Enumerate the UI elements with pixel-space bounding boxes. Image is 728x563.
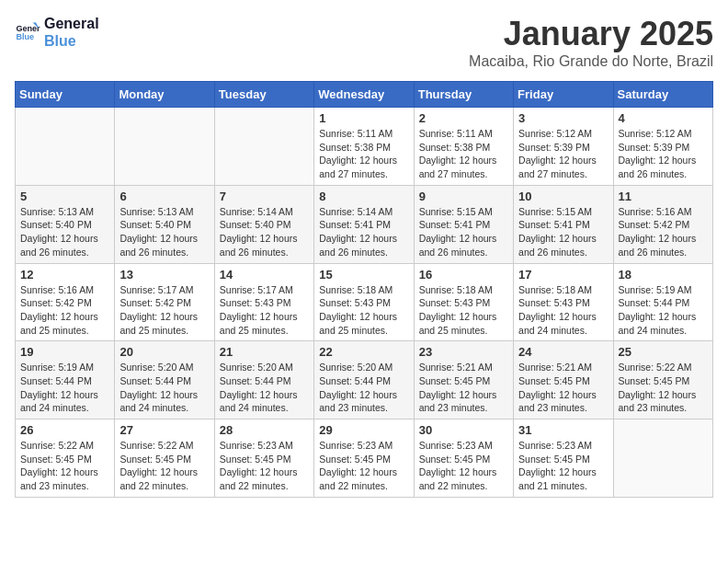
day-info: Sunrise: 5:23 AM Sunset: 5:45 PM Dayligh… bbox=[419, 439, 508, 493]
day-info: Sunrise: 5:17 AM Sunset: 5:42 PM Dayligh… bbox=[119, 283, 209, 338]
day-number: 29 bbox=[319, 423, 408, 437]
logo-text-general: General bbox=[44, 15, 99, 32]
calendar-cell: 4Sunrise: 5:12 AM Sunset: 5:39 PM Daylig… bbox=[613, 108, 712, 186]
day-info: Sunrise: 5:18 AM Sunset: 5:43 PM Dayligh… bbox=[518, 283, 608, 338]
calendar-week-row: 12Sunrise: 5:16 AM Sunset: 5:42 PM Dayli… bbox=[16, 263, 713, 341]
logo-icon: General Blue bbox=[15, 19, 40, 45]
day-info: Sunrise: 5:16 AM Sunset: 5:42 PM Dayligh… bbox=[20, 283, 109, 338]
day-info: Sunrise: 5:14 AM Sunset: 5:41 PM Dayligh… bbox=[319, 205, 408, 259]
location-title: Macaiba, Rio Grande do Norte, Brazil bbox=[469, 53, 713, 70]
calendar-week-row: 1Sunrise: 5:11 AM Sunset: 5:38 PM Daylig… bbox=[16, 108, 713, 186]
day-number: 21 bbox=[220, 345, 309, 359]
day-info: Sunrise: 5:11 AM Sunset: 5:38 PM Dayligh… bbox=[419, 127, 508, 181]
day-info: Sunrise: 5:15 AM Sunset: 5:41 PM Dayligh… bbox=[419, 205, 508, 259]
calendar-cell: 18Sunrise: 5:19 AM Sunset: 5:44 PM Dayli… bbox=[613, 263, 712, 341]
calendar-cell: 14Sunrise: 5:17 AM Sunset: 5:43 PM Dayli… bbox=[214, 263, 313, 341]
day-info: Sunrise: 5:12 AM Sunset: 5:39 PM Dayligh… bbox=[518, 127, 608, 181]
calendar-cell: 28Sunrise: 5:23 AM Sunset: 5:45 PM Dayli… bbox=[214, 419, 313, 498]
day-info: Sunrise: 5:20 AM Sunset: 5:44 PM Dayligh… bbox=[220, 361, 309, 415]
day-number: 25 bbox=[619, 345, 708, 359]
day-info: Sunrise: 5:22 AM Sunset: 5:45 PM Dayligh… bbox=[119, 439, 209, 493]
day-number: 22 bbox=[319, 345, 408, 359]
day-number: 5 bbox=[20, 190, 109, 203]
calendar-cell: 12Sunrise: 5:16 AM Sunset: 5:42 PM Dayli… bbox=[16, 263, 115, 341]
weekday-header-sunday: Sunday bbox=[16, 82, 115, 108]
calendar-cell: 7Sunrise: 5:14 AM Sunset: 5:40 PM Daylig… bbox=[214, 185, 313, 263]
calendar-cell: 5Sunrise: 5:13 AM Sunset: 5:40 PM Daylig… bbox=[16, 185, 115, 263]
calendar-cell: 1Sunrise: 5:11 AM Sunset: 5:38 PM Daylig… bbox=[314, 108, 414, 186]
day-number: 6 bbox=[119, 190, 209, 203]
weekday-header-friday: Friday bbox=[514, 82, 613, 108]
day-info: Sunrise: 5:20 AM Sunset: 5:44 PM Dayligh… bbox=[319, 361, 408, 415]
title-area: January 2025 Macaiba, Rio Grande do Nort… bbox=[469, 15, 713, 70]
calendar-cell: 22Sunrise: 5:20 AM Sunset: 5:44 PM Dayli… bbox=[314, 341, 414, 419]
day-number: 16 bbox=[419, 268, 508, 282]
calendar-cell: 21Sunrise: 5:20 AM Sunset: 5:44 PM Dayli… bbox=[214, 341, 313, 419]
day-number: 20 bbox=[119, 345, 209, 359]
calendar-cell: 20Sunrise: 5:20 AM Sunset: 5:44 PM Dayli… bbox=[115, 341, 214, 419]
day-info: Sunrise: 5:15 AM Sunset: 5:41 PM Dayligh… bbox=[518, 205, 608, 259]
calendar-body: 1Sunrise: 5:11 AM Sunset: 5:38 PM Daylig… bbox=[16, 108, 713, 498]
page-header: General Blue General Blue January 2025 M… bbox=[15, 15, 713, 70]
day-number: 17 bbox=[518, 268, 608, 282]
calendar-cell bbox=[214, 108, 313, 186]
day-number: 31 bbox=[518, 423, 608, 437]
day-number: 28 bbox=[220, 423, 309, 437]
day-number: 18 bbox=[619, 268, 708, 282]
day-number: 11 bbox=[619, 190, 708, 203]
day-info: Sunrise: 5:18 AM Sunset: 5:43 PM Dayligh… bbox=[419, 283, 508, 338]
day-number: 14 bbox=[220, 268, 309, 282]
day-info: Sunrise: 5:13 AM Sunset: 5:40 PM Dayligh… bbox=[20, 205, 109, 259]
calendar-cell: 10Sunrise: 5:15 AM Sunset: 5:41 PM Dayli… bbox=[514, 185, 613, 263]
calendar-cell: 3Sunrise: 5:12 AM Sunset: 5:39 PM Daylig… bbox=[514, 108, 613, 186]
calendar-week-row: 26Sunrise: 5:22 AM Sunset: 5:45 PM Dayli… bbox=[16, 419, 713, 498]
calendar-cell: 17Sunrise: 5:18 AM Sunset: 5:43 PM Dayli… bbox=[514, 263, 613, 341]
day-number: 13 bbox=[119, 268, 209, 282]
logo-text-blue: Blue bbox=[44, 32, 99, 50]
calendar-cell: 16Sunrise: 5:18 AM Sunset: 5:43 PM Dayli… bbox=[414, 263, 513, 341]
calendar-cell: 24Sunrise: 5:21 AM Sunset: 5:45 PM Dayli… bbox=[514, 341, 613, 419]
day-info: Sunrise: 5:22 AM Sunset: 5:45 PM Dayligh… bbox=[619, 361, 708, 415]
weekday-header-wednesday: Wednesday bbox=[314, 82, 414, 108]
day-info: Sunrise: 5:20 AM Sunset: 5:44 PM Dayligh… bbox=[119, 361, 209, 415]
day-info: Sunrise: 5:23 AM Sunset: 5:45 PM Dayligh… bbox=[319, 439, 408, 493]
day-number: 8 bbox=[319, 190, 408, 203]
day-info: Sunrise: 5:22 AM Sunset: 5:45 PM Dayligh… bbox=[20, 439, 109, 493]
day-info: Sunrise: 5:23 AM Sunset: 5:45 PM Dayligh… bbox=[220, 439, 309, 493]
weekday-header-thursday: Thursday bbox=[414, 82, 513, 108]
calendar-cell: 13Sunrise: 5:17 AM Sunset: 5:42 PM Dayli… bbox=[115, 263, 214, 341]
calendar-cell: 25Sunrise: 5:22 AM Sunset: 5:45 PM Dayli… bbox=[613, 341, 712, 419]
day-number: 10 bbox=[518, 190, 608, 203]
svg-text:Blue: Blue bbox=[16, 33, 34, 42]
day-number: 4 bbox=[619, 111, 708, 125]
day-info: Sunrise: 5:18 AM Sunset: 5:43 PM Dayligh… bbox=[319, 283, 408, 338]
day-number: 7 bbox=[220, 190, 309, 203]
calendar-cell: 31Sunrise: 5:23 AM Sunset: 5:45 PM Dayli… bbox=[514, 419, 613, 498]
day-number: 27 bbox=[119, 423, 209, 437]
day-number: 23 bbox=[419, 345, 508, 359]
weekday-header-monday: Monday bbox=[115, 82, 214, 108]
calendar-week-row: 5Sunrise: 5:13 AM Sunset: 5:40 PM Daylig… bbox=[16, 185, 713, 263]
day-info: Sunrise: 5:19 AM Sunset: 5:44 PM Dayligh… bbox=[20, 361, 109, 415]
calendar-cell: 19Sunrise: 5:19 AM Sunset: 5:44 PM Dayli… bbox=[16, 341, 115, 419]
calendar-cell: 15Sunrise: 5:18 AM Sunset: 5:43 PM Dayli… bbox=[314, 263, 414, 341]
calendar-week-row: 19Sunrise: 5:19 AM Sunset: 5:44 PM Dayli… bbox=[16, 341, 713, 419]
day-info: Sunrise: 5:21 AM Sunset: 5:45 PM Dayligh… bbox=[518, 361, 608, 415]
logo: General Blue General Blue bbox=[15, 15, 99, 50]
day-number: 15 bbox=[319, 268, 408, 282]
day-info: Sunrise: 5:17 AM Sunset: 5:43 PM Dayligh… bbox=[220, 283, 309, 338]
day-info: Sunrise: 5:12 AM Sunset: 5:39 PM Dayligh… bbox=[619, 127, 708, 181]
calendar-cell: 27Sunrise: 5:22 AM Sunset: 5:45 PM Dayli… bbox=[115, 419, 214, 498]
day-number: 26 bbox=[20, 423, 109, 437]
day-number: 9 bbox=[419, 190, 508, 203]
calendar-cell bbox=[613, 419, 712, 498]
day-info: Sunrise: 5:21 AM Sunset: 5:45 PM Dayligh… bbox=[419, 361, 508, 415]
day-number: 2 bbox=[419, 111, 508, 125]
calendar-cell: 30Sunrise: 5:23 AM Sunset: 5:45 PM Dayli… bbox=[414, 419, 513, 498]
weekday-header-tuesday: Tuesday bbox=[214, 82, 313, 108]
calendar-cell bbox=[115, 108, 214, 186]
weekday-header-saturday: Saturday bbox=[613, 82, 712, 108]
day-number: 3 bbox=[518, 111, 608, 125]
calendar-header-row: SundayMondayTuesdayWednesdayThursdayFrid… bbox=[16, 82, 713, 108]
day-info: Sunrise: 5:19 AM Sunset: 5:44 PM Dayligh… bbox=[619, 283, 708, 338]
